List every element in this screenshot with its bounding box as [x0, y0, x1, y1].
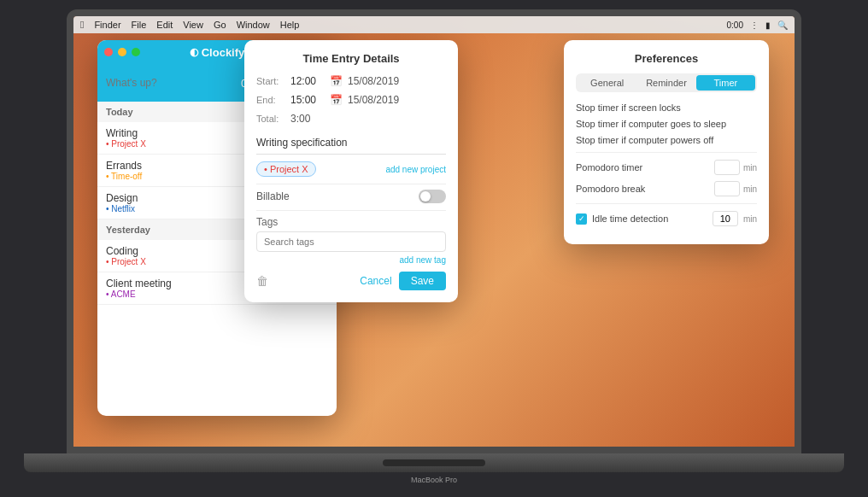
- yesterday-label: Yesterday: [106, 225, 150, 235]
- menubar-edit[interactable]: Edit: [156, 20, 173, 30]
- calendar-icon[interactable]: 📅: [330, 94, 343, 106]
- pomodoro-timer-controls: min: [714, 160, 757, 175]
- entry-project: • Project X: [106, 139, 260, 149]
- tags-label: Tags: [256, 216, 446, 228]
- macbook-label: MacBook Pro: [411, 476, 457, 484]
- menubar-right: 0:00 ⋮ ▮ 🔍: [727, 20, 788, 30]
- start-label: Start:: [256, 76, 285, 86]
- time-entry-dialog: Time Entry Details Start: 📅 15/08/2019 E…: [244, 40, 458, 302]
- calendar-icon[interactable]: 📅: [330, 75, 343, 87]
- laptop-screen:  Finder File Edit View Go Window Help 0…: [67, 9, 801, 453]
- start-time-input[interactable]: [290, 75, 325, 87]
- pref-option-1-text: Stop timer if screen locks: [576, 102, 681, 113]
- idle-detection-row: ✓ Idle time detection min: [576, 211, 757, 226]
- menubar-go[interactable]: Go: [214, 20, 226, 30]
- logo-text: Clockify: [202, 46, 245, 59]
- pomodoro-timer-row: Pomodoro timer min: [576, 160, 757, 175]
- divider: [256, 184, 446, 184]
- delete-icon[interactable]: 🗑: [256, 274, 268, 288]
- preferences-tabs: General Reminder Timer: [576, 73, 757, 92]
- apple-icon[interactable]: : [80, 19, 84, 31]
- dialog-footer: 🗑 Cancel Save: [256, 272, 446, 290]
- laptop-base: MacBook Pro: [24, 453, 844, 472]
- menubar-time: 0:00: [727, 20, 743, 30]
- entry-name: Writing: [106, 127, 260, 139]
- total-row: Total: 3:00: [256, 113, 446, 125]
- tab-timer[interactable]: Timer: [696, 75, 755, 91]
- battery-icon: ▮: [765, 20, 771, 30]
- billable-toggle[interactable]: [419, 190, 446, 203]
- pomodoro-timer-unit: min: [743, 163, 757, 172]
- billable-label: Billable: [256, 190, 290, 202]
- menubar-window[interactable]: Window: [237, 20, 270, 30]
- idle-detection-unit: min: [743, 214, 757, 224]
- cancel-button[interactable]: Cancel: [360, 272, 391, 290]
- total-time: 3:00: [290, 113, 310, 125]
- pomodoro-break-input[interactable]: [714, 181, 740, 196]
- clockify-logo: ◐ Clockify: [190, 46, 245, 59]
- search-icon[interactable]: 🔍: [777, 20, 788, 30]
- idle-detection-label: Idle time detection: [592, 213, 668, 224]
- menubar-help[interactable]: Help: [280, 20, 300, 30]
- maximize-button[interactable]: [132, 48, 140, 56]
- menubar-left:  Finder File Edit View Go Window Help: [80, 19, 299, 31]
- dialog-title: Time Entry Details: [256, 52, 446, 65]
- wifi-icon: ⋮: [750, 20, 759, 30]
- today-label: Today: [106, 107, 133, 117]
- add-tag-link[interactable]: add new tag: [256, 255, 446, 265]
- save-button[interactable]: Save: [399, 272, 446, 290]
- laptop-notch: [383, 459, 485, 466]
- pomodoro-break-unit: min: [743, 184, 757, 194]
- end-row: End: 📅 15/08/2019: [256, 94, 446, 106]
- logo-icon: ◐: [190, 46, 198, 58]
- preferences-title: Preferences: [576, 52, 757, 65]
- end-date: 15/08/2019: [348, 94, 399, 106]
- close-button[interactable]: [104, 48, 113, 56]
- idle-detection-checkbox[interactable]: ✓: [576, 213, 587, 225]
- tab-reminder[interactable]: Reminder: [636, 75, 695, 91]
- laptop:  Finder File Edit View Go Window Help 0…: [24, 9, 844, 488]
- project-row: • Project X add new project: [256, 161, 446, 177]
- pref-option-2: Stop timer if computer goes to sleep: [576, 119, 757, 129]
- pomodoro-timer-input[interactable]: [714, 160, 740, 175]
- minimize-button[interactable]: [118, 48, 126, 56]
- preferences-dialog: Preferences General Reminder Timer Stop …: [564, 40, 769, 244]
- search-input[interactable]: [106, 77, 234, 89]
- pomodoro-break-label: Pomodoro break: [576, 184, 645, 194]
- end-label: End:: [256, 95, 285, 105]
- start-row: Start: 📅 15/08/2019: [256, 75, 446, 87]
- pref-option-2-text: Stop timer if computer goes to sleep: [576, 119, 726, 129]
- entry-info: Writing • Project X: [106, 127, 260, 149]
- billable-row: Billable: [256, 190, 446, 203]
- menubar-finder[interactable]: Finder: [94, 20, 120, 30]
- pomodoro-timer-label: Pomodoro timer: [576, 162, 642, 172]
- project-tag[interactable]: • Project X: [256, 161, 316, 177]
- end-time-input[interactable]: [290, 94, 325, 106]
- pomodoro-break-row: Pomodoro break min: [576, 181, 757, 196]
- tab-general[interactable]: General: [578, 75, 636, 91]
- add-project-link[interactable]: add new project: [385, 165, 446, 174]
- divider: [256, 210, 446, 211]
- footer-buttons: Cancel Save: [360, 272, 446, 290]
- pref-option-3: Stop timer if computer powers off: [576, 135, 757, 145]
- menubar:  Finder File Edit View Go Window Help 0…: [73, 16, 795, 33]
- pref-divider-2: [576, 203, 757, 204]
- tags-input[interactable]: [256, 231, 446, 252]
- pref-option-3-text: Stop timer if computer powers off: [576, 135, 713, 145]
- pref-option-1: Stop timer if screen locks: [576, 102, 757, 113]
- description-input[interactable]: [256, 132, 446, 155]
- pomodoro-break-controls: min: [714, 181, 757, 196]
- total-label: Total:: [256, 114, 285, 124]
- menubar-view[interactable]: View: [183, 20, 203, 30]
- pref-divider: [576, 152, 757, 153]
- menubar-file[interactable]: File: [132, 20, 147, 30]
- start-date: 15/08/2019: [348, 75, 399, 87]
- idle-detection-value[interactable]: [713, 211, 738, 226]
